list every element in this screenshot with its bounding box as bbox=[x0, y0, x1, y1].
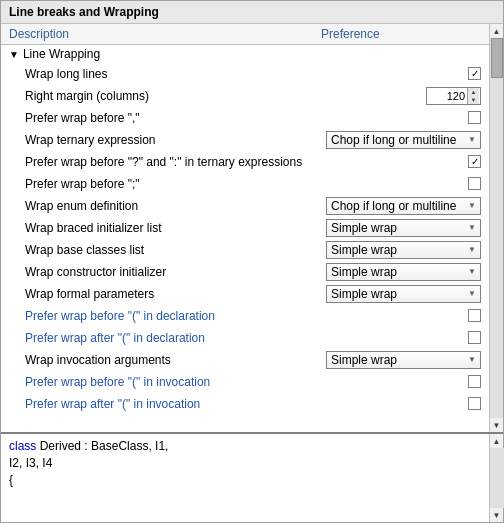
row-wrap-braced-init: Wrap braced initializer listSimple wrap▼ bbox=[1, 217, 489, 239]
description-header: Description bbox=[9, 27, 321, 41]
value-prefer-wrap-after-paren-decl[interactable] bbox=[321, 331, 481, 344]
value-wrap-braced-init[interactable]: Simple wrap▼ bbox=[321, 219, 481, 237]
value-prefer-wrap-comma[interactable] bbox=[321, 111, 481, 124]
value-right-margin[interactable]: ▲▼ bbox=[321, 87, 481, 105]
dropdown-arrow-icon: ▼ bbox=[468, 201, 476, 210]
code-line: { bbox=[9, 472, 481, 489]
section-toggle-icon: ▼ bbox=[9, 49, 19, 60]
code-line: I2, I3, I4 bbox=[9, 455, 481, 472]
select-value-wrap-constructor-init: Simple wrap bbox=[331, 265, 397, 279]
label-wrap-ternary: Wrap ternary expression bbox=[25, 133, 321, 147]
label-wrap-constructor-init: Wrap constructor initializer bbox=[25, 265, 321, 279]
label-wrap-formal-params: Wrap formal parameters bbox=[25, 287, 321, 301]
row-prefer-wrap-ternary: Prefer wrap before "?" and ":" in ternar… bbox=[1, 151, 489, 173]
value-wrap-invocation-args[interactable]: Simple wrap▼ bbox=[321, 351, 481, 369]
checkbox-prefer-wrap-before-paren-inv[interactable] bbox=[468, 375, 481, 388]
preference-header: Preference bbox=[321, 27, 481, 41]
dropdown-arrow-icon: ▼ bbox=[468, 267, 476, 276]
scroll-down-arrow[interactable]: ▼ bbox=[490, 418, 504, 432]
row-prefer-wrap-after-paren-decl: Prefer wrap after "(" in declaration bbox=[1, 327, 489, 349]
select-wrap-braced-init[interactable]: Simple wrap▼ bbox=[326, 219, 481, 237]
label-prefer-wrap-after-paren-inv: Prefer wrap after "(" in invocation bbox=[25, 397, 321, 411]
label-prefer-wrap-before-paren-inv: Prefer wrap before "(" in invocation bbox=[25, 375, 321, 389]
value-wrap-constructor-init[interactable]: Simple wrap▼ bbox=[321, 263, 481, 281]
value-wrap-ternary[interactable]: Chop if long or multiline▼ bbox=[321, 131, 481, 149]
code-text: Derived : BaseClass, I1, bbox=[36, 439, 168, 453]
row-wrap-constructor-init: Wrap constructor initializerSimple wrap▼ bbox=[1, 261, 489, 283]
scroll-track[interactable] bbox=[490, 38, 504, 418]
panel-title: Line breaks and Wrapping bbox=[1, 1, 503, 24]
code-area: class Derived : BaseClass, I1, I2, I3, I… bbox=[1, 434, 489, 522]
label-prefer-wrap-comma: Prefer wrap before "," bbox=[25, 111, 321, 125]
label-wrap-base-classes: Wrap base classes list bbox=[25, 243, 321, 257]
checkbox-wrap-long-lines[interactable] bbox=[468, 67, 481, 80]
checkbox-prefer-wrap-semicolon[interactable] bbox=[468, 177, 481, 190]
code-scroll-up[interactable]: ▲ bbox=[490, 434, 504, 448]
dropdown-arrow-icon: ▼ bbox=[468, 135, 476, 144]
dropdown-arrow-icon: ▼ bbox=[468, 223, 476, 232]
row-prefer-wrap-semicolon: Prefer wrap before ";" bbox=[1, 173, 489, 195]
settings-table: Description Preference ▼ Line Wrapping W… bbox=[1, 24, 489, 432]
label-wrap-invocation-args: Wrap invocation arguments bbox=[25, 353, 321, 367]
vertical-scrollbar[interactable]: ▲ ▼ bbox=[489, 24, 503, 432]
value-prefer-wrap-semicolon[interactable] bbox=[321, 177, 481, 190]
checkbox-prefer-wrap-ternary[interactable] bbox=[468, 155, 481, 168]
select-wrap-ternary[interactable]: Chop if long or multiline▼ bbox=[326, 131, 481, 149]
scroll-thumb[interactable] bbox=[491, 38, 503, 78]
select-wrap-enum[interactable]: Chop if long or multiline▼ bbox=[326, 197, 481, 215]
label-prefer-wrap-semicolon: Prefer wrap before ";" bbox=[25, 177, 321, 191]
value-prefer-wrap-after-paren-inv[interactable] bbox=[321, 397, 481, 410]
row-wrap-ternary: Wrap ternary expressionChop if long or m… bbox=[1, 129, 489, 151]
row-wrap-enum: Wrap enum definitionChop if long or mult… bbox=[1, 195, 489, 217]
line-breaks-wrapping-panel: Line breaks and Wrapping Description Pre… bbox=[0, 0, 504, 523]
row-prefer-wrap-after-paren-inv: Prefer wrap after "(" in invocation bbox=[1, 393, 489, 415]
dropdown-arrow-icon: ▼ bbox=[468, 289, 476, 298]
row-prefer-wrap-before-paren-inv: Prefer wrap before "(" in invocation bbox=[1, 371, 489, 393]
select-wrap-formal-params[interactable]: Simple wrap▼ bbox=[326, 285, 481, 303]
spinbox-down-arrow[interactable]: ▼ bbox=[468, 96, 479, 104]
code-text: { bbox=[9, 473, 13, 487]
column-headers: Description Preference bbox=[1, 24, 489, 45]
select-wrap-constructor-init[interactable]: Simple wrap▼ bbox=[326, 263, 481, 281]
spinbox-up-arrow[interactable]: ▲ bbox=[468, 88, 479, 96]
scroll-up-arrow[interactable]: ▲ bbox=[490, 24, 504, 38]
row-wrap-long-lines: Wrap long lines bbox=[1, 63, 489, 85]
code-text: I2, I3, I4 bbox=[9, 456, 52, 470]
checkbox-prefer-wrap-before-paren-decl[interactable] bbox=[468, 309, 481, 322]
value-prefer-wrap-ternary[interactable] bbox=[321, 155, 481, 168]
value-wrap-enum[interactable]: Chop if long or multiline▼ bbox=[321, 197, 481, 215]
value-wrap-base-classes[interactable]: Simple wrap▼ bbox=[321, 241, 481, 259]
select-wrap-invocation-args[interactable]: Simple wrap▼ bbox=[326, 351, 481, 369]
value-wrap-formal-params[interactable]: Simple wrap▼ bbox=[321, 285, 481, 303]
label-prefer-wrap-ternary: Prefer wrap before "?" and ":" in ternar… bbox=[25, 155, 321, 169]
row-wrap-base-classes: Wrap base classes listSimple wrap▼ bbox=[1, 239, 489, 261]
row-right-margin: Right margin (columns)▲▼ bbox=[1, 85, 489, 107]
label-right-margin: Right margin (columns) bbox=[25, 89, 321, 103]
select-wrap-base-classes[interactable]: Simple wrap▼ bbox=[326, 241, 481, 259]
code-preview-panel: class Derived : BaseClass, I1, I2, I3, I… bbox=[1, 432, 503, 522]
value-prefer-wrap-before-paren-decl[interactable] bbox=[321, 309, 481, 322]
row-wrap-invocation-args: Wrap invocation argumentsSimple wrap▼ bbox=[1, 349, 489, 371]
value-wrap-long-lines[interactable] bbox=[321, 67, 481, 80]
code-scrollbar[interactable]: ▲ ▼ bbox=[489, 434, 503, 522]
label-wrap-braced-init: Wrap braced initializer list bbox=[25, 221, 321, 235]
select-value-wrap-ternary: Chop if long or multiline bbox=[331, 133, 456, 147]
checkbox-prefer-wrap-comma[interactable] bbox=[468, 111, 481, 124]
main-content: Description Preference ▼ Line Wrapping W… bbox=[1, 24, 503, 432]
label-wrap-long-lines: Wrap long lines bbox=[25, 67, 321, 81]
spinbox-right-margin[interactable]: ▲▼ bbox=[426, 87, 481, 105]
checkbox-prefer-wrap-after-paren-decl[interactable] bbox=[468, 331, 481, 344]
spinbox-input-right-margin[interactable] bbox=[427, 90, 467, 102]
value-prefer-wrap-before-paren-inv[interactable] bbox=[321, 375, 481, 388]
select-value-wrap-base-classes: Simple wrap bbox=[331, 243, 397, 257]
line-wrapping-section[interactable]: ▼ Line Wrapping bbox=[1, 45, 489, 63]
code-scroll-track[interactable] bbox=[490, 448, 504, 508]
select-value-wrap-braced-init: Simple wrap bbox=[331, 221, 397, 235]
settings-rows: Wrap long linesRight margin (columns)▲▼P… bbox=[1, 63, 489, 415]
code-keyword: class bbox=[9, 439, 36, 453]
dropdown-arrow-icon: ▼ bbox=[468, 355, 476, 364]
label-prefer-wrap-before-paren-decl: Prefer wrap before "(" in declaration bbox=[25, 309, 321, 323]
code-scroll-down[interactable]: ▼ bbox=[490, 508, 504, 522]
checkbox-prefer-wrap-after-paren-inv[interactable] bbox=[468, 397, 481, 410]
section-label: Line Wrapping bbox=[23, 47, 100, 61]
